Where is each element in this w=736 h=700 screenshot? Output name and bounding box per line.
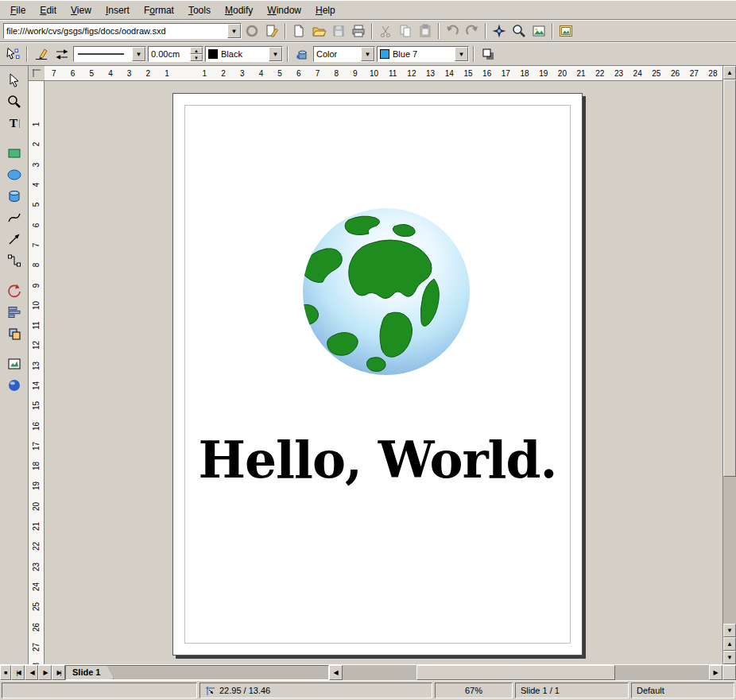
globe-image[interactable] [300,203,472,385]
ruler-tick: 6 [64,69,83,78]
layer-mode-button[interactable]: ■ [0,665,11,680]
zoom-field[interactable]: 67% [435,683,513,698]
line-style-dropdown-button[interactable]: ▼ [132,47,145,61]
next-page-button[interactable]: ▼ [723,651,736,664]
ellipse-tool[interactable] [5,165,24,184]
text-tool[interactable]: T [5,114,24,133]
vertical-scroll-thumb[interactable] [723,79,736,477]
menu-item[interactable]: Tools [181,2,218,18]
object-toolbar: ▼ ▲▼ Black ▼ Color ▼ Blue 7 ▼ [0,42,736,66]
connector-tool[interactable] [5,251,24,270]
previous-slide-button[interactable]: ◀ [25,665,38,680]
horizontal-scroll-track[interactable] [615,665,709,680]
navigator-icon[interactable] [490,21,509,41]
drawing-workspace[interactable]: Hello, World. [45,81,722,664]
line-width-input[interactable] [149,47,190,61]
scroll-right-button[interactable]: ▶ [709,665,722,680]
line-color-dropdown-button[interactable]: ▼ [269,47,282,61]
menu-item[interactable]: View [64,2,99,18]
ruler-tick: 28 [703,69,722,78]
menu-item[interactable]: Help [308,2,343,18]
copy-icon[interactable] [396,21,415,41]
first-slide-button[interactable]: |◀ [11,665,25,680]
fill-color-swatch [380,49,389,59]
url-input[interactable] [4,24,227,38]
svg-text:T: T [9,117,17,130]
cursor-position-value: 22.95 / 13.46 [219,686,270,695]
fill-color-dropdown-button[interactable]: ▼ [455,47,468,61]
rectangle-tool[interactable] [5,144,24,163]
open-icon[interactable] [309,21,328,41]
vertical-scroll-track[interactable] [723,477,736,624]
line-style-combobox: ▼ [73,46,146,62]
bottom-bar: ■ |◀ ◀ ▶ ▶| Slide 1 ◀ ▶ [0,664,736,680]
ruler-tick: 13 [421,69,440,78]
scroll-up-button[interactable]: ▲ [723,66,736,79]
stop-icon[interactable] [242,21,261,41]
save-icon[interactable] [329,21,348,41]
scroll-down-button[interactable]: ▼ [723,624,736,637]
print-icon[interactable] [349,21,368,41]
page-style-field[interactable]: Default [631,683,734,698]
menu-item[interactable]: Window [260,2,308,18]
zoom-tool[interactable] [5,92,24,111]
ruler-tick: 19 [29,476,44,496]
gallery-icon[interactable] [529,21,548,41]
zoom-icon[interactable] [509,21,529,41]
ruler-origin-box [29,66,45,81]
cursor-position-field[interactable]: 22.95 / 13.46 [199,683,432,698]
previous-page-button[interactable]: ▲ [723,637,736,651]
line-width-up-button[interactable]: ▲ [190,47,203,54]
ruler-tick: 27 [684,69,703,78]
slide-tab[interactable]: Slide 1 [66,666,114,679]
rotate-tool[interactable] [5,281,24,300]
menu-item[interactable]: Insert [99,2,137,18]
horizontal-scrollbar: ◀ ▶ [329,665,722,680]
separator [485,23,486,39]
ruler-tick: 21 [29,516,44,536]
effects-tool[interactable] [5,376,24,395]
horizontal-scroll-thumb[interactable] [416,665,615,680]
curve-tool[interactable] [5,208,24,227]
area-style-dropdown-button[interactable]: ▼ [361,47,374,61]
ruler-tick: 11 [383,69,402,78]
slide-indicator-field[interactable]: Slide 1 / 1 [515,683,629,698]
menu-item[interactable]: Format [137,2,181,18]
menu-item[interactable]: Edit [33,2,64,18]
line-color-swatch [208,49,218,59]
area-icon[interactable] [292,44,312,64]
cut-icon[interactable] [376,21,395,41]
ruler-tick: 20 [29,497,44,516]
3d-objects-tool[interactable] [5,187,24,206]
separator [371,23,373,39]
ruler-tick: 26 [29,617,44,636]
separator [552,23,553,39]
paste-icon[interactable] [416,21,435,41]
next-slide-button[interactable]: ▶ [38,665,52,680]
slide-indicator-value: Slide 1 / 1 [521,686,560,695]
last-slide-button[interactable]: ▶| [52,665,65,680]
insert-image-icon[interactable] [556,21,575,41]
redo-icon[interactable] [463,21,482,41]
edit-file-icon[interactable] [262,21,281,41]
menu-item[interactable]: Modify [218,2,260,18]
arrow-style-icon[interactable] [52,44,72,64]
hello-world-text[interactable]: Hello, World. [173,431,582,489]
line-width-down-button[interactable]: ▼ [190,54,203,61]
new-document-icon[interactable] [289,21,308,41]
page-canvas[interactable]: Hello, World. [172,93,583,656]
undo-icon[interactable] [443,21,462,41]
edit-points-icon[interactable] [3,44,22,64]
line-icon[interactable] [32,44,51,64]
ruler-tick: 5 [82,69,101,78]
scroll-left-button[interactable]: ◀ [329,665,343,680]
alignment-tool[interactable] [5,303,24,322]
url-dropdown-button[interactable]: ▼ [227,24,241,38]
select-tool[interactable] [5,71,24,90]
arrange-tool[interactable] [5,324,24,343]
menu-item[interactable]: File [3,2,33,18]
shadow-icon[interactable] [478,44,498,64]
insert-tool[interactable] [5,354,24,373]
ruler-tick: 2 [29,134,44,154]
lines-arrows-tool[interactable] [5,230,24,249]
